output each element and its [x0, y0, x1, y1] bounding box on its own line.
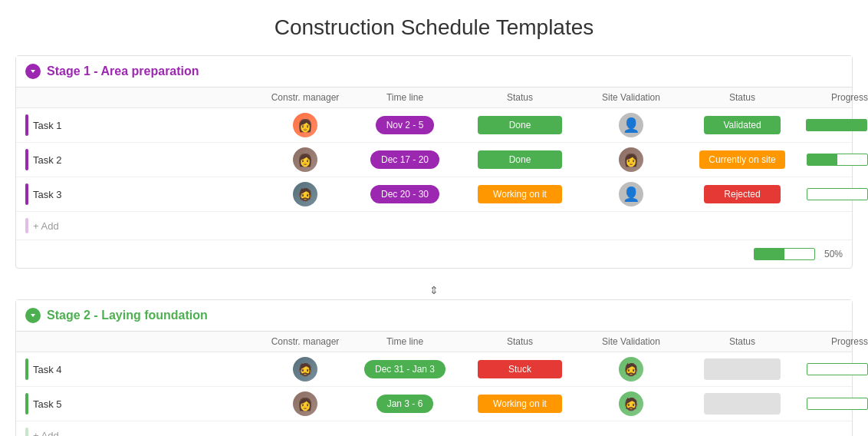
task5-site-avatar: 🧔 — [619, 391, 643, 416]
task1-status[interactable]: Done — [478, 116, 562, 134]
task5-avatar: 👩 — [293, 391, 317, 416]
task2-timeline-cell: Dec 17 - 20 — [351, 150, 459, 169]
col-task — [25, 92, 259, 103]
task1-progress-fill — [807, 120, 866, 130]
col-manager: Constr. manager — [259, 92, 351, 103]
task2-site-validation-cell: 👩 — [581, 147, 681, 172]
task4-timeline[interactable]: Dec 31 - Jan 3 — [364, 360, 446, 378]
stage2-toggle[interactable] — [25, 308, 41, 323]
task2-avatar: 👩 — [293, 147, 317, 172]
col-timeline: Time line — [351, 92, 459, 103]
col-site-validation: Site Validation — [581, 92, 681, 103]
task1-avatar: 👩 — [293, 113, 317, 137]
task1-site-status-cell: Validated — [681, 116, 804, 134]
task4-progress-cell: 0% — [804, 363, 868, 375]
task5-name-cell: Task 5 — [25, 393, 259, 415]
task2-name: Task 2 — [33, 154, 62, 166]
stage1-title: Stage 1 - Area preparation — [47, 64, 199, 78]
col2-task — [25, 336, 259, 347]
task2-progress-bar — [807, 154, 868, 166]
task3-name-cell: Task 3 — [25, 183, 259, 205]
task3-progress-bar — [807, 188, 868, 200]
task1-site-avatar: 👤 — [619, 113, 643, 137]
task4-site-avatar: 🧔 — [619, 357, 643, 382]
task4-site-status-empty — [704, 358, 781, 380]
task4-site-validation-cell: 🧔 — [581, 357, 681, 382]
stage1-add-stripe — [25, 218, 28, 233]
task5-progress-cell: 0% — [804, 398, 868, 410]
task2-progress-fill — [807, 154, 837, 165]
stage1-summary-pct: 50% — [820, 249, 843, 259]
page-title: Construction Schedule Templates — [15, 15, 853, 40]
task2-stripe — [25, 149, 28, 170]
stage1-toggle[interactable] — [25, 64, 41, 79]
col2-progress: Progress — [804, 336, 868, 347]
task1-status-cell: Done — [459, 116, 581, 134]
svg-marker-1 — [31, 314, 35, 317]
stage1-summary-row: 50% — [16, 240, 852, 268]
stage2-add-label: + Add — [33, 430, 59, 437]
col-status2: Status — [681, 92, 804, 103]
task4-status-cell: Stuck — [459, 360, 581, 378]
task2-status[interactable]: Done — [478, 150, 562, 169]
stage1-add-row[interactable]: + Add — [16, 212, 852, 240]
task3-site-avatar: 👤 — [619, 182, 643, 206]
task1-progress-bar — [806, 119, 867, 131]
task3-site-validation-cell: 👤 — [581, 182, 681, 206]
task3-site-status[interactable]: Rejected — [704, 185, 781, 203]
col2-status2: Status — [681, 336, 804, 347]
task3-site-status-cell: Rejected — [681, 185, 804, 203]
task4-timeline-cell: Dec 31 - Jan 3 — [351, 360, 459, 378]
task3-progress-cell: 0% — [804, 188, 868, 200]
task5-site-status-empty — [704, 393, 781, 415]
task2-site-status[interactable]: Currently on site — [699, 150, 784, 169]
task4-name-cell: Task 4 — [25, 358, 259, 380]
task3-manager-cell: 🧔 — [259, 182, 351, 206]
stage1-add-label: + Add — [33, 220, 59, 232]
stage1-section: Stage 1 - Area preparation Constr. manag… — [15, 55, 853, 269]
col2-manager: Constr. manager — [259, 336, 351, 347]
task5-timeline-cell: Jan 3 - 6 — [351, 395, 459, 413]
task1-manager-cell: 👩 — [259, 113, 351, 137]
task4-site-status-cell — [681, 358, 804, 380]
stage1-summary-fill — [755, 249, 784, 259]
drag-handle[interactable]: ⇕ — [15, 284, 853, 296]
task4-status[interactable]: Stuck — [478, 360, 562, 378]
col2-status: Status — [459, 336, 581, 347]
task1-timeline[interactable]: Nov 2 - 5 — [376, 116, 435, 134]
task2-site-avatar: 👩 — [619, 147, 643, 172]
task5-manager-cell: 👩 — [259, 391, 351, 416]
task1-site-status[interactable]: Validated — [704, 116, 781, 134]
page: Construction Schedule Templates Stage 1 … — [0, 0, 868, 436]
table-row: Task 2 👩 Dec 17 - 20 Done 👩 Currently on… — [16, 143, 852, 177]
task3-timeline[interactable]: Dec 20 - 30 — [370, 185, 439, 203]
task3-stripe — [25, 183, 28, 205]
table-row: Task 4 🧔 Dec 31 - Jan 3 Stuck 🧔 — [16, 352, 852, 387]
col2-timeline: Time line — [351, 336, 459, 347]
col-progress: Progress — [804, 92, 868, 103]
stage2-col-headers: Constr. manager Time line Status Site Va… — [16, 332, 852, 352]
stage2-title: Stage 2 - Laying foundation — [47, 309, 208, 322]
stage2-add-row[interactable]: + Add — [16, 421, 852, 436]
svg-marker-0 — [31, 70, 35, 73]
task5-timeline[interactable]: Jan 3 - 6 — [376, 395, 434, 413]
task1-name-cell: Task 1 — [25, 114, 259, 136]
task1-site-validation-cell: 👤 — [581, 113, 681, 137]
task5-name: Task 5 — [33, 398, 62, 410]
task1-stripe — [25, 114, 28, 136]
task5-status-cell: Working on it — [459, 395, 581, 413]
task2-name-cell: Task 2 — [25, 149, 259, 170]
task1-name: Task 1 — [33, 120, 62, 131]
task2-manager-cell: 👩 — [259, 147, 351, 172]
task3-status[interactable]: Working on it — [478, 185, 562, 203]
task4-stripe — [25, 358, 28, 380]
task5-status[interactable]: Working on it — [478, 395, 562, 413]
stage1-col-headers: Constr. manager Time line Status Site Va… — [16, 88, 852, 108]
col-status: Status — [459, 92, 581, 103]
task2-timeline[interactable]: Dec 17 - 20 — [370, 150, 439, 169]
task2-site-status-cell: Currently on site — [681, 150, 804, 169]
task4-manager-cell: 🧔 — [259, 357, 351, 382]
col2-site-validation: Site Validation — [581, 336, 681, 347]
task5-site-validation-cell: 🧔 — [581, 391, 681, 416]
stage2-section: Stage 2 - Laying foundation Constr. mana… — [15, 299, 853, 436]
